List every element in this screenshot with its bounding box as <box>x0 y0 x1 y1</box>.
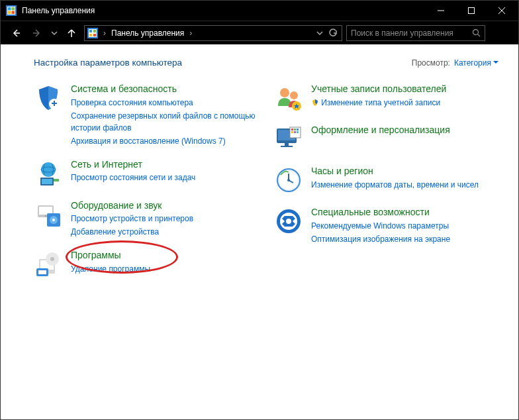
category-programs: Программы Удаление программы <box>34 250 258 279</box>
svg-rect-2 <box>8 7 11 11</box>
maximize-button[interactable] <box>456 1 487 21</box>
breadcrumb-separator[interactable]: › <box>101 28 109 38</box>
control-panel-icon <box>87 28 98 38</box>
svg-rect-52 <box>294 131 296 133</box>
page-title: Настройка параметров компьютера <box>34 58 412 68</box>
titlebar: Панель управления <box>1 1 518 21</box>
svg-rect-49 <box>294 129 296 131</box>
svg-rect-53 <box>297 131 299 133</box>
task-link[interactable]: Просмотр состояния сети и задач <box>71 172 195 184</box>
chevron-down-icon <box>493 61 498 64</box>
svg-point-61 <box>286 219 291 224</box>
task-link[interactable]: Рекомендуемые Windows параметры <box>311 220 450 232</box>
content-area: Настройка параметров компьютера Просмотр… <box>1 44 518 419</box>
navigation-bar: › Панель управления › <box>1 21 518 44</box>
view-by-dropdown[interactable]: Категория <box>454 58 498 68</box>
svg-rect-15 <box>93 30 96 32</box>
window-title: Панель управления <box>22 6 426 15</box>
refresh-button[interactable] <box>327 25 339 42</box>
hardware-icon <box>34 200 63 229</box>
category-title[interactable]: Оформление и персонализация <box>311 125 450 136</box>
category-user-accounts: Учетные записи пользователей Изменение т… <box>274 83 498 113</box>
category-title[interactable]: Сеть и Интернет <box>71 159 195 171</box>
breadcrumb-root[interactable]: Панель управления <box>111 28 184 38</box>
view-by: Просмотр: Категория <box>412 58 498 68</box>
svg-rect-17 <box>93 34 96 36</box>
search-box[interactable] <box>346 25 485 41</box>
svg-line-19 <box>478 34 481 37</box>
search-input[interactable] <box>351 28 472 38</box>
category-ease-of-access: Специальные возможности Рекомендуемые Wi… <box>274 207 498 245</box>
task-link[interactable]: Изменение форматов даты, времени и чисел <box>311 179 479 191</box>
svg-point-30 <box>45 215 46 217</box>
task-link[interactable]: Добавление устройства <box>71 226 193 238</box>
control-panel-icon <box>6 5 17 16</box>
shield-icon <box>34 83 63 113</box>
svg-rect-26 <box>42 179 52 184</box>
clock-icon <box>274 166 303 195</box>
recent-locations-button[interactable] <box>50 25 59 42</box>
svg-point-40 <box>280 88 289 97</box>
task-link[interactable]: Проверка состояния компьютера <box>71 97 258 109</box>
svg-rect-5 <box>12 11 15 15</box>
address-bar[interactable]: › Панель управления › <box>84 25 342 41</box>
uac-shield-icon <box>311 99 319 107</box>
page-header: Настройка параметров компьютера Просмотр… <box>34 58 498 68</box>
category-network: Сеть и Интернет Просмотр состояния сети … <box>34 159 258 188</box>
address-history-button[interactable] <box>314 25 326 42</box>
category-title[interactable]: Специальные возможности <box>311 207 450 219</box>
network-icon <box>34 159 63 188</box>
view-by-label: Просмотр: <box>412 58 450 68</box>
category-system-security: Система и безопасность Проверка состояни… <box>34 83 258 147</box>
control-panel-window: Панель управления › Панель управления › <box>0 0 519 420</box>
close-button[interactable] <box>487 1 517 21</box>
breadcrumb-separator[interactable]: › <box>187 28 195 38</box>
appearance-icon <box>274 125 303 154</box>
back-button[interactable] <box>7 25 24 42</box>
svg-rect-39 <box>38 270 46 274</box>
forward-button[interactable] <box>28 25 46 42</box>
svg-rect-7 <box>469 8 475 14</box>
task-link[interactable]: Оптимизация изображения на экране <box>311 233 450 245</box>
category-hardware: Оборудование и звук Просмотр устройств и… <box>34 200 258 238</box>
user-accounts-icon <box>274 83 303 113</box>
category-appearance: Оформление и персонализация <box>274 125 498 154</box>
category-title[interactable]: Оборудование и звук <box>71 200 193 212</box>
task-link[interactable]: Изменение типа учетной записи <box>311 97 446 109</box>
category-title[interactable]: Учетные записи пользователей <box>311 83 446 95</box>
svg-point-18 <box>473 30 479 35</box>
svg-rect-27 <box>54 179 59 182</box>
svg-rect-16 <box>89 34 92 36</box>
svg-point-41 <box>290 91 298 99</box>
task-link[interactable]: Сохранение резервных копий файлов с помо… <box>71 110 258 134</box>
category-title[interactable]: Часы и регион <box>311 166 479 178</box>
svg-rect-50 <box>297 129 299 131</box>
search-icon <box>472 28 481 37</box>
category-title[interactable]: Программы <box>71 250 150 262</box>
svg-rect-22 <box>54 101 55 106</box>
svg-rect-46 <box>281 146 293 147</box>
programs-icon <box>34 250 63 279</box>
svg-rect-3 <box>12 7 15 11</box>
category-clock-region: Часы и регион Изменение форматов даты, в… <box>274 166 498 195</box>
svg-point-58 <box>287 179 290 182</box>
svg-rect-48 <box>291 129 293 131</box>
svg-point-33 <box>52 219 55 221</box>
svg-point-37 <box>50 257 54 261</box>
right-column: Учетные записи пользователей Изменение т… <box>274 83 498 279</box>
task-link[interactable]: Архивация и восстановление (Windows 7) <box>71 135 258 147</box>
ease-of-access-icon <box>274 207 303 236</box>
minimize-button[interactable] <box>426 1 456 21</box>
svg-rect-14 <box>89 30 92 32</box>
task-link[interactable]: Просмотр устройств и принтеров <box>71 213 193 225</box>
svg-rect-51 <box>291 131 293 133</box>
task-link-uninstall[interactable]: Удаление программы <box>71 263 150 275</box>
left-column: Система и безопасность Проверка состояни… <box>34 83 258 279</box>
svg-rect-4 <box>8 11 11 15</box>
category-columns: Система и безопасность Проверка состояни… <box>34 83 498 279</box>
up-button[interactable] <box>63 25 80 42</box>
svg-rect-45 <box>285 143 289 146</box>
category-title[interactable]: Система и безопасность <box>71 83 258 95</box>
